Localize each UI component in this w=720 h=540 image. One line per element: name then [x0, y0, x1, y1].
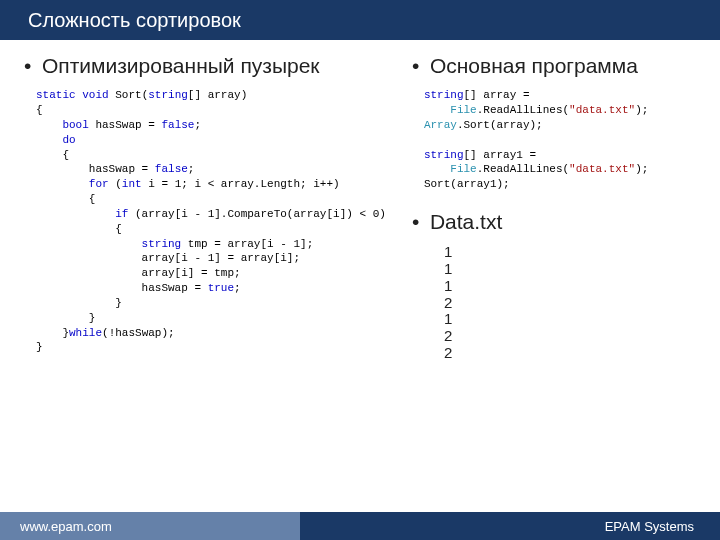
left-column: Оптимизированный пузырек static void Sor…: [22, 54, 386, 362]
slide-title: Сложность сортировок: [28, 9, 241, 32]
data-txt-values: 1 1 1 2 1 2 2: [410, 244, 698, 362]
footer-url: www.epam.com: [0, 512, 300, 540]
right-column: Основная программа string[] array = File…: [410, 54, 698, 362]
footer-brand: EPAM Systems: [300, 512, 720, 540]
right-heading-2: Data.txt: [410, 210, 698, 234]
left-heading: Оптимизированный пузырек: [22, 54, 386, 78]
slide-header: Сложность сортировок: [0, 0, 720, 40]
right-heading-1: Основная программа: [410, 54, 698, 78]
content-area: Оптимизированный пузырек static void Sor…: [0, 40, 720, 362]
code-block-sort: static void Sort(string[] array) { bool …: [22, 88, 386, 355]
code-block-main: string[] array = File.ReadAllLines("data…: [410, 88, 698, 192]
footer: www.epam.com EPAM Systems: [0, 512, 720, 540]
